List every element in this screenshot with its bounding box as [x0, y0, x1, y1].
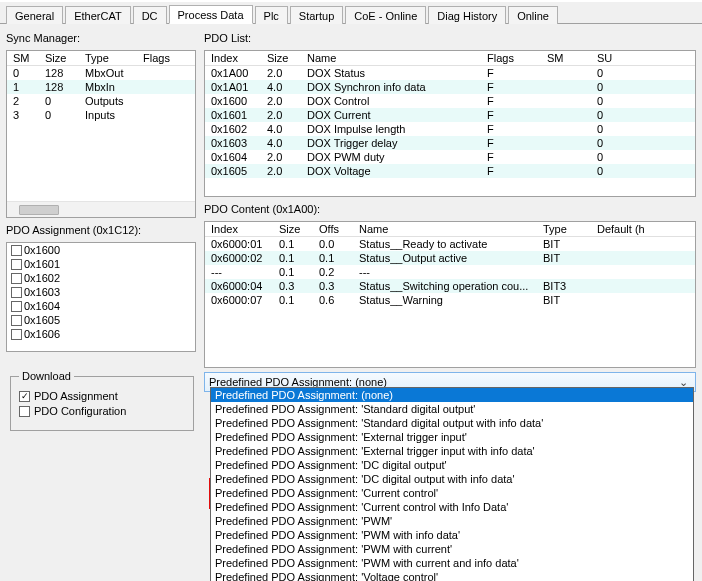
checkbox[interactable] [11, 287, 22, 298]
column-header[interactable]: Offs [313, 222, 353, 237]
table-row[interactable]: 20Outputs [7, 94, 195, 108]
list-item[interactable]: 0x1603 [7, 285, 195, 299]
table-row[interactable]: 0x6000:010.10.0Status__Ready to activate… [205, 237, 695, 252]
tab-bar: GeneralEtherCATDCProcess DataPlcStartupC… [0, 2, 702, 24]
list-item-label: 0x1604 [24, 300, 60, 312]
tab-dc[interactable]: DC [133, 6, 167, 24]
table-row[interactable]: 0x16042.0DOX PWM dutyF0 [205, 150, 695, 164]
download-group: Download PDO AssignmentPDO Configuration [10, 376, 194, 431]
pdo-assignment-panel[interactable]: 0x16000x16010x16020x16030x16040x16050x16… [6, 242, 196, 352]
checkbox-row[interactable]: PDO Configuration [19, 405, 185, 417]
tab-coe-online[interactable]: CoE - Online [345, 6, 426, 24]
tab-plc[interactable]: Plc [255, 6, 288, 24]
dropdown-item[interactable]: Predefined PDO Assignment: 'DC digital o… [211, 472, 693, 486]
checkbox-label: PDO Configuration [34, 405, 126, 417]
dropdown-item[interactable]: Predefined PDO Assignment: 'Current cont… [211, 486, 693, 500]
checkbox-row[interactable]: PDO Assignment [19, 390, 185, 402]
column-header[interactable]: Type [537, 222, 591, 237]
column-header[interactable]: Name [301, 51, 481, 66]
table-row[interactable]: 0x1A002.0DOX StatusF0 [205, 66, 695, 81]
table-row[interactable]: 0x6000:040.30.3Status__Switching operati… [205, 279, 695, 293]
table-row[interactable]: 0x16034.0DOX Trigger delayF0 [205, 136, 695, 150]
list-item[interactable]: 0x1601 [7, 257, 195, 271]
list-item-label: 0x1600 [24, 244, 60, 256]
dropdown-item[interactable]: Predefined PDO Assignment: 'PWM' [211, 514, 693, 528]
column-header[interactable]: Default (h [591, 222, 695, 237]
list-item-label: 0x1602 [24, 272, 60, 284]
list-item[interactable]: 0x1600 [7, 243, 195, 257]
column-header[interactable]: SM [541, 51, 591, 66]
list-item[interactable]: 0x1606 [7, 327, 195, 341]
column-header[interactable]: Size [261, 51, 301, 66]
dropdown-item[interactable]: Predefined PDO Assignment: 'Current cont… [211, 500, 693, 514]
column-header[interactable]: Type [79, 51, 137, 66]
list-item-label: 0x1603 [24, 286, 60, 298]
tab-startup[interactable]: Startup [290, 6, 343, 24]
pdo-assignment-label: PDO Assignment (0x1C12): [6, 224, 196, 236]
dropdown-item[interactable]: Predefined PDO Assignment: 'Voltage cont… [211, 570, 693, 581]
tab-ethercat[interactable]: EtherCAT [65, 6, 130, 24]
list-item-label: 0x1605 [24, 314, 60, 326]
dropdown-item[interactable]: Predefined PDO Assignment: (none) [211, 388, 693, 402]
list-item-label: 0x1606 [24, 328, 60, 340]
checkbox[interactable] [11, 273, 22, 284]
checkbox[interactable] [11, 245, 22, 256]
column-header[interactable]: Flags [137, 51, 195, 66]
table-row[interactable]: 0x6000:070.10.6Status__WarningBIT [205, 293, 695, 307]
table-row[interactable]: ---0.10.2--- [205, 265, 695, 279]
column-header[interactable]: Flags [481, 51, 541, 66]
dropdown-item[interactable]: Predefined PDO Assignment: 'PWM with inf… [211, 528, 693, 542]
pdo-content-panel[interactable]: IndexSizeOffsNameTypeDefault (h 0x6000:0… [204, 221, 696, 368]
table-row[interactable]: 0x6000:020.10.1Status__Output activeBIT [205, 251, 695, 265]
list-item[interactable]: 0x1605 [7, 313, 195, 327]
dropdown-item[interactable]: Predefined PDO Assignment: 'DC digital o… [211, 458, 693, 472]
table-row[interactable]: 1128MbxIn [7, 80, 195, 94]
column-header[interactable]: SU [591, 51, 695, 66]
sync-manager-panel[interactable]: SMSizeTypeFlags 0128MbxOut1128MbxIn20Out… [6, 50, 196, 218]
dropdown-item[interactable]: Predefined PDO Assignment: 'PWM with cur… [211, 556, 693, 570]
checkbox-label: PDO Assignment [34, 390, 118, 402]
table-row[interactable]: 0x16012.0DOX CurrentF0 [205, 108, 695, 122]
list-item-label: 0x1601 [24, 258, 60, 270]
sync-manager-label: Sync Manager: [6, 32, 196, 44]
column-header[interactable]: Name [353, 222, 537, 237]
tab-diag-history[interactable]: Diag History [428, 6, 506, 24]
dropdown-item[interactable]: Predefined PDO Assignment: 'PWM with cur… [211, 542, 693, 556]
predefined-pdo-dropdown[interactable]: Predefined PDO Assignment: (none)Predefi… [210, 387, 694, 581]
dropdown-item[interactable]: Predefined PDO Assignment: 'External tri… [211, 444, 693, 458]
checkbox[interactable] [11, 315, 22, 326]
table-row[interactable]: 0x16002.0DOX ControlF0 [205, 94, 695, 108]
checkbox[interactable] [11, 301, 22, 312]
column-header[interactable]: Index [205, 51, 261, 66]
tab-online[interactable]: Online [508, 6, 558, 24]
table-row[interactable]: 0128MbxOut [7, 66, 195, 81]
download-label: Download [19, 370, 74, 382]
table-row[interactable]: 0x16024.0DOX Impulse lengthF0 [205, 122, 695, 136]
checkbox[interactable] [11, 259, 22, 270]
h-scrollbar[interactable] [7, 201, 195, 217]
checkbox[interactable] [19, 391, 30, 402]
tab-general[interactable]: General [6, 6, 63, 24]
checkbox[interactable] [19, 406, 30, 417]
checkbox[interactable] [11, 329, 22, 340]
dropdown-item[interactable]: Predefined PDO Assignment: 'Standard dig… [211, 402, 693, 416]
table-row[interactable]: 0x1A014.0DOX Synchron info dataF0 [205, 80, 695, 94]
column-header[interactable]: Index [205, 222, 273, 237]
table-row[interactable]: 0x16052.0DOX VoltageF0 [205, 164, 695, 178]
dropdown-item[interactable]: Predefined PDO Assignment: 'External tri… [211, 430, 693, 444]
tab-process-data[interactable]: Process Data [169, 5, 253, 24]
list-item[interactable]: 0x1602 [7, 271, 195, 285]
pdo-list-label: PDO List: [204, 32, 696, 44]
table-row[interactable]: 30Inputs [7, 108, 195, 122]
pdo-list-panel[interactable]: IndexSizeNameFlagsSMSU 0x1A002.0DOX Stat… [204, 50, 696, 197]
column-header[interactable]: Size [39, 51, 79, 66]
column-header[interactable]: Size [273, 222, 313, 237]
list-item[interactable]: 0x1604 [7, 299, 195, 313]
pdo-content-label: PDO Content (0x1A00): [204, 203, 696, 215]
dropdown-item[interactable]: Predefined PDO Assignment: 'Standard dig… [211, 416, 693, 430]
column-header[interactable]: SM [7, 51, 39, 66]
